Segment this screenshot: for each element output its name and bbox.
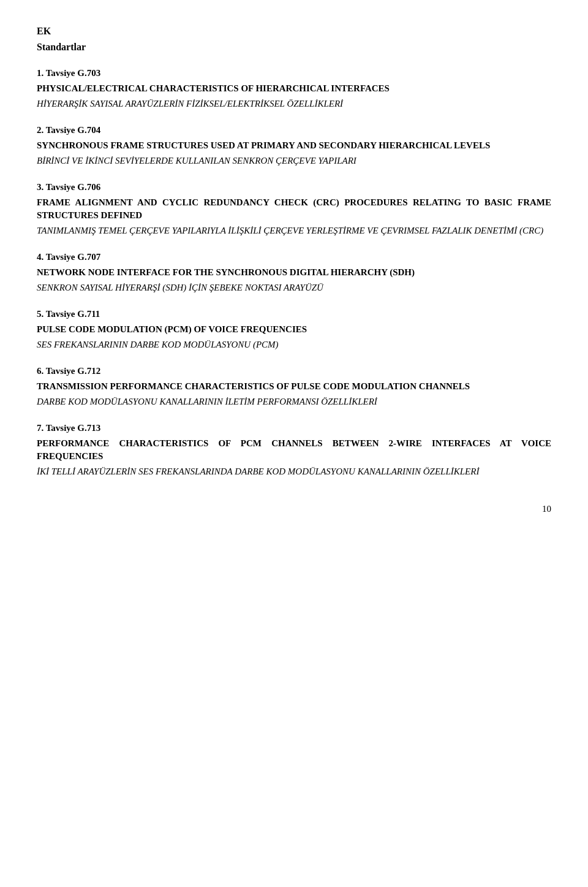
section-title-en-s5: PULSE CODE MODULATION (PCM) OF VOICE FRE… (37, 323, 551, 336)
section-title-tr-s3: TANIMLANMIŞ TEMEL ÇERÇEVE YAPILARIYLA İL… (37, 224, 551, 237)
section-title-en-s6: TRANSMISSION PERFORMANCE CHARACTERISTICS… (37, 380, 551, 393)
section-number-s5: 5. Tavsiye G.711 (37, 308, 551, 321)
section-title-tr-s7: İKİ TELLİ ARAYÜZLERİN SES FREKANSLARINDA… (37, 465, 551, 478)
header-ek: EK (37, 25, 551, 38)
section-s4: 4. Tavsiye G.707NETWORK NODE INTERFACE F… (37, 251, 551, 294)
section-number-s2: 2. Tavsiye G.704 (37, 124, 551, 137)
section-number-s3: 3. Tavsiye G.706 (37, 181, 551, 194)
section-s3: 3. Tavsiye G.706FRAME ALIGNMENT AND CYCL… (37, 181, 551, 237)
section-title-tr-s5: SES FREKANSLARININ DARBE KOD MODÜLASYONU… (37, 338, 551, 351)
page-number: 10 (37, 503, 551, 516)
section-title-tr-s6: DARBE KOD MODÜLASYONU KANALLARININ İLETİ… (37, 395, 551, 408)
section-number-s1: 1. Tavsiye G.703 (37, 67, 551, 80)
section-title-en-s4: NETWORK NODE INTERFACE FOR THE SYNCHRONO… (37, 266, 551, 279)
section-s2: 2. Tavsiye G.704SYNCHRONOUS FRAME STRUCT… (37, 124, 551, 167)
section-s6: 6. Tavsiye G.712TRANSMISSION PERFORMANCE… (37, 365, 551, 408)
section-title-en-s3: FRAME ALIGNMENT AND CYCLIC REDUNDANCY CH… (37, 196, 551, 222)
section-s5: 5. Tavsiye G.711PULSE CODE MODULATION (P… (37, 308, 551, 351)
section-number-s7: 7. Tavsiye G.713 (37, 422, 551, 435)
section-title-en-s1: PHYSICAL/ELECTRICAL CHARACTERISTICS OF H… (37, 82, 551, 95)
section-title-tr-s4: SENKRON SAYISAL HİYERARŞİ (SDH) İÇİN ŞEB… (37, 281, 551, 294)
section-s7: 7. Tavsiye G.713PERFORMANCE CHARACTERIST… (37, 422, 551, 478)
section-title-en-s2: SYNCHRONOUS FRAME STRUCTURES USED AT PRI… (37, 139, 551, 152)
section-title-en-s7: PERFORMANCE CHARACTERISTICS OF PCM CHANN… (37, 437, 551, 463)
section-number-s4: 4. Tavsiye G.707 (37, 251, 551, 264)
header-standartlar: Standartlar (37, 40, 551, 54)
section-s1: 1. Tavsiye G.703PHYSICAL/ELECTRICAL CHAR… (37, 67, 551, 110)
section-title-tr-s2: BİRİNCİ VE İKİNCİ SEVİYELERDE KULLANILAN… (37, 154, 551, 167)
section-number-s6: 6. Tavsiye G.712 (37, 365, 551, 378)
section-title-tr-s1: HİYERARŞİK SAYISAL ARAYÜZLERİN FİZİKSEL/… (37, 97, 551, 110)
